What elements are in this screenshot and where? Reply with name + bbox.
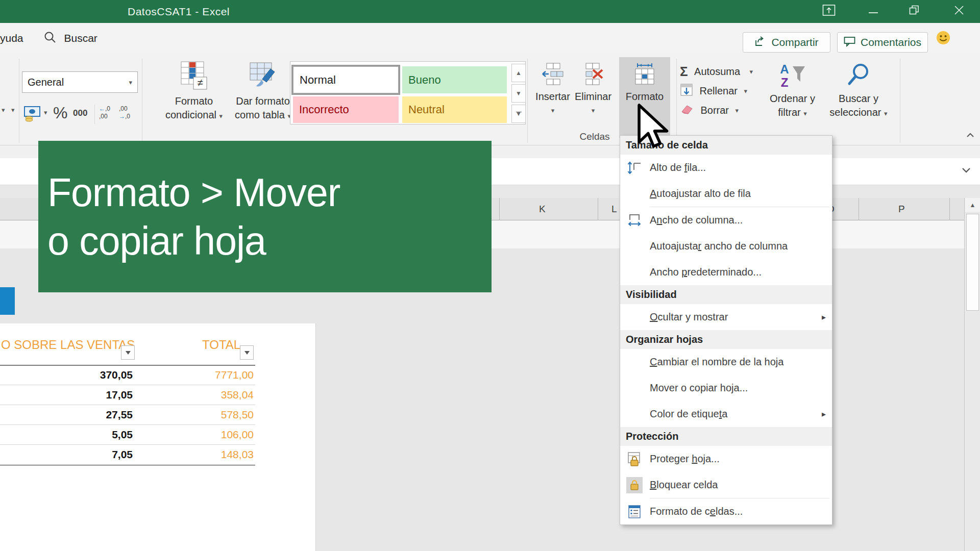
style-incorrecto[interactable]: Incorrecto bbox=[293, 96, 399, 123]
restore-button[interactable] bbox=[902, 1, 926, 21]
autosum-button[interactable]: Σ Autosuma ▾ bbox=[680, 64, 753, 80]
style-normal[interactable]: Normal bbox=[293, 66, 399, 93]
cell-styles-gallery: Normal Bueno Incorrecto Neutral ▲ ▼ ▼ bbox=[290, 61, 526, 124]
currency-dropdown-caret[interactable]: ▾ bbox=[44, 109, 47, 116]
filter-button-total[interactable] bbox=[240, 345, 254, 360]
menu-section-header: Visibilidad bbox=[620, 285, 832, 304]
conditional-formatting-button[interactable]: ≠ Formatocondicional ▾ bbox=[161, 59, 227, 123]
cell-total[interactable]: 148,03 bbox=[221, 445, 254, 464]
column-header-p[interactable]: P bbox=[898, 198, 905, 220]
filter-dropdown-icon bbox=[126, 351, 131, 355]
menu-item-cambiar-el-nombre-de-la-hoja[interactable]: Cambiar el nombre de la hoja bbox=[620, 349, 832, 375]
number-format-combo[interactable]: General ▾ bbox=[22, 71, 138, 93]
table-row[interactable]: 17,05358,04 bbox=[0, 385, 255, 405]
gallery-scroll-up-button[interactable]: ▲ bbox=[511, 64, 526, 82]
close-button[interactable] bbox=[947, 1, 971, 21]
tell-me-search[interactable]: Buscar bbox=[43, 30, 97, 46]
ribbon-display-options-button[interactable] bbox=[817, 1, 841, 21]
increase-decimal-button[interactable]: ←,0,00 bbox=[99, 105, 110, 120]
menu-item-autoajustar-alto-de-fila[interactable]: Autoajustar alto de fila bbox=[620, 181, 832, 207]
cell-venta[interactable]: 27,55 bbox=[106, 405, 133, 424]
menu-item-color-de-etiqueta[interactable]: Color de etiqueta▸ bbox=[620, 401, 832, 427]
cell-venta[interactable]: 17,05 bbox=[106, 385, 133, 405]
menu-item-mover-o-copiar-hoja[interactable]: Mover o copiar hoja... bbox=[620, 375, 832, 401]
table-bottom-border bbox=[0, 465, 255, 466]
group-separator bbox=[676, 59, 677, 143]
tab-ayuda-partial[interactable]: yuda bbox=[0, 23, 23, 54]
smiley-icon[interactable] bbox=[936, 31, 950, 47]
clear-button[interactable]: Borrar ▾ bbox=[680, 103, 739, 118]
style-bueno[interactable]: Bueno bbox=[402, 66, 507, 93]
table-row[interactable]: 7,05148,03 bbox=[0, 445, 255, 465]
find-select-button[interactable]: Buscar yseleccionar ▾ bbox=[823, 61, 894, 120]
scroll-up-button[interactable]: ▲ bbox=[965, 198, 980, 212]
selected-blue-cell[interactable] bbox=[0, 287, 15, 315]
cell-total[interactable]: 106,00 bbox=[221, 425, 254, 444]
currency-format-button[interactable] bbox=[23, 105, 42, 124]
blank-icon bbox=[625, 308, 644, 327]
mouse-cursor bbox=[636, 104, 670, 154]
number-format-value: General bbox=[28, 77, 64, 88]
comments-button[interactable]: Comentarios bbox=[837, 32, 928, 53]
blank-icon bbox=[625, 263, 644, 282]
row-height-icon bbox=[625, 159, 644, 177]
menu-item-alto-de-fila[interactable]: Alto de fila... bbox=[620, 155, 832, 181]
gallery-more-button[interactable]: ▼ bbox=[511, 105, 526, 123]
minimize-button[interactable] bbox=[862, 1, 885, 21]
menu-item-bloquear-celda[interactable]: Bloquear celda bbox=[620, 472, 832, 498]
collapse-ribbon-icon[interactable] bbox=[966, 131, 974, 140]
table-header-ventas: O SOBRE LAS VENTAS bbox=[1, 338, 135, 352]
scrollbar-thumb[interactable] bbox=[966, 214, 979, 311]
sort-filter-icon: A Z bbox=[777, 83, 808, 91]
menu-item-label: Formato de celdas... bbox=[650, 506, 743, 517]
cell-total[interactable]: 358,04 bbox=[221, 385, 254, 405]
format-as-table-button[interactable]: Dar formatocomo tabla ▾ bbox=[230, 59, 296, 123]
eraser-icon bbox=[680, 109, 696, 117]
magnifier-icon bbox=[844, 83, 873, 91]
decrease-decimal-button[interactable]: ,00→,0 bbox=[119, 105, 130, 120]
share-button[interactable]: Compartir bbox=[743, 32, 830, 53]
group-separator bbox=[527, 59, 528, 143]
table-row[interactable]: 5,05106,00 bbox=[0, 425, 255, 445]
cell-total[interactable]: 578,50 bbox=[221, 405, 254, 424]
menu-item-ancho-de-columna[interactable]: Ancho de columna... bbox=[620, 207, 832, 233]
cell-total[interactable]: 7771,00 bbox=[215, 365, 254, 385]
currency-icon bbox=[23, 105, 42, 122]
format-cells-icon bbox=[625, 503, 644, 521]
gallery-scroll-down-button[interactable]: ▼ bbox=[511, 84, 526, 103]
title-bar: DatosCSAT1 - Excel bbox=[0, 0, 980, 23]
submenu-arrow-icon: ▸ bbox=[822, 409, 826, 419]
column-header-k[interactable]: K bbox=[539, 198, 546, 220]
delete-cells-button[interactable]: Eliminar ▾ bbox=[573, 61, 614, 114]
cell-venta[interactable]: 5,05 bbox=[112, 425, 133, 444]
filter-button-ventas[interactable] bbox=[121, 345, 135, 360]
menu-item-ocultar-y-mostrar[interactable]: Ocultar y mostrar▸ bbox=[620, 304, 832, 330]
style-neutral[interactable]: Neutral bbox=[402, 96, 507, 123]
percent-style-button[interactable]: % bbox=[53, 104, 67, 122]
insert-cells-icon bbox=[540, 81, 566, 89]
column-header-l[interactable]: L bbox=[611, 198, 617, 220]
insert-cells-button[interactable]: Insertar ▾ bbox=[533, 61, 572, 114]
vertical-scrollbar[interactable]: ▲ bbox=[964, 198, 980, 551]
cell-venta[interactable]: 7,05 bbox=[112, 445, 133, 464]
fill-button[interactable]: Rellenar ▾ bbox=[680, 83, 747, 98]
formula-bar-expand-icon[interactable] bbox=[962, 167, 971, 176]
table-row[interactable]: 370,057771,00 bbox=[0, 365, 255, 385]
clipped-dropdown-caret[interactable]: ▾ bbox=[2, 106, 5, 114]
tutorial-banner: Formato > Mover o copiar hoja bbox=[38, 141, 492, 292]
group-separator bbox=[142, 59, 142, 143]
table-row[interactable]: 27,55578,50 bbox=[0, 405, 255, 425]
group-separator bbox=[19, 59, 19, 143]
menu-item-formato-de-celdas[interactable]: Formato de celdas... bbox=[620, 498, 832, 524]
cell-venta[interactable]: 370,05 bbox=[100, 365, 133, 385]
format-menu: Tamaño de celdaAlto de fila...Autoajusta… bbox=[620, 135, 832, 525]
col-width-icon bbox=[625, 211, 644, 230]
sort-filter-button[interactable]: A Z Ordenar yfiltrar ▾ bbox=[763, 61, 822, 120]
clipped-dropdown-caret[interactable]: ▾ bbox=[11, 106, 15, 114]
menu-item-ancho-predeterminado[interactable]: Ancho predeterminado... bbox=[620, 259, 832, 285]
menu-item-label: Alto de fila... bbox=[650, 162, 706, 173]
window-title: DatosCSAT1 - Excel bbox=[128, 0, 230, 23]
menu-item-autoajustar-ancho-de-columna[interactable]: Autoajustar ancho de columna bbox=[620, 233, 832, 259]
comma-style-button[interactable]: 000 bbox=[73, 108, 87, 118]
menu-item-proteger-hoja[interactable]: Proteger hoja... bbox=[620, 446, 832, 472]
